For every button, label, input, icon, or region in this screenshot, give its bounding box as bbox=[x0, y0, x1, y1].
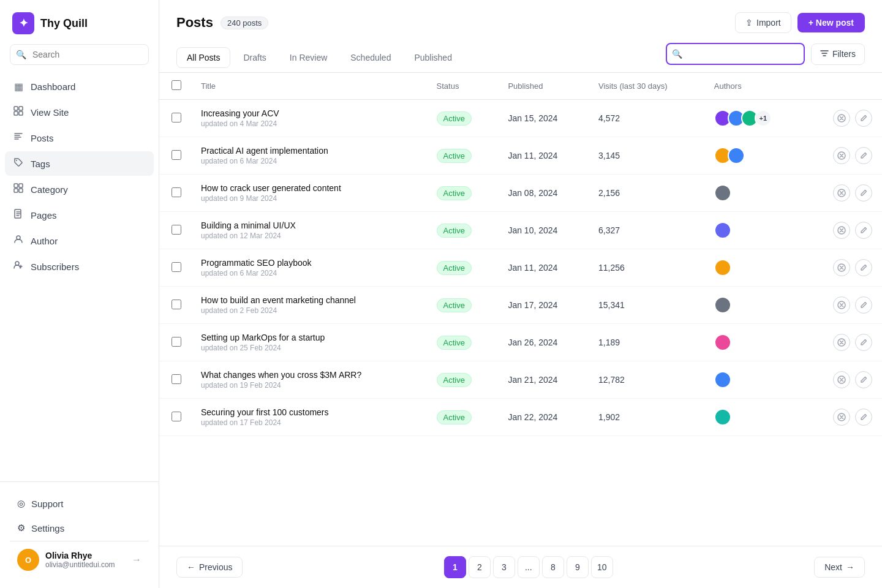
status-badge: Active bbox=[437, 298, 472, 312]
import-button[interactable]: ⇪ Import bbox=[735, 12, 791, 33]
new-post-label: + New post bbox=[809, 18, 854, 28]
post-title: Securing your first 100 customers bbox=[201, 407, 417, 417]
edit-button[interactable] bbox=[855, 334, 872, 351]
status-badge: Active bbox=[437, 373, 472, 387]
author-avatar bbox=[728, 147, 745, 164]
edit-button[interactable] bbox=[855, 184, 872, 202]
post-published: Jan 11, 2024 bbox=[498, 249, 589, 287]
row-checkbox[interactable] bbox=[172, 150, 181, 160]
edit-button[interactable] bbox=[855, 296, 872, 314]
tabs: All Posts Drafts In Review Scheduled Pub… bbox=[176, 47, 462, 68]
edit-button[interactable] bbox=[855, 222, 872, 239]
delete-button[interactable] bbox=[833, 147, 850, 164]
edit-button[interactable] bbox=[855, 147, 872, 164]
new-post-button[interactable]: + New post bbox=[797, 13, 865, 32]
previous-button[interactable]: ← Previous bbox=[176, 557, 243, 578]
sidebar-item-posts[interactable]: Posts bbox=[5, 126, 154, 150]
post-visits: 15,341 bbox=[589, 287, 704, 324]
delete-button[interactable] bbox=[833, 184, 850, 202]
svg-rect-7 bbox=[14, 189, 18, 192]
delete-button[interactable] bbox=[833, 259, 850, 276]
sidebar-item-settings[interactable]: ⚙ Settings bbox=[10, 516, 149, 540]
tab-published[interactable]: Published bbox=[404, 47, 462, 68]
col-visits: Visits (last 30 days) bbox=[589, 73, 704, 100]
edit-button[interactable] bbox=[855, 259, 872, 276]
import-label: Import bbox=[756, 18, 781, 28]
table-search-input[interactable] bbox=[666, 43, 805, 65]
row-checkbox[interactable] bbox=[172, 300, 181, 309]
row-checkbox[interactable] bbox=[172, 113, 181, 123]
post-published: Jan 08, 2024 bbox=[498, 175, 589, 212]
delete-button[interactable] bbox=[833, 371, 850, 388]
select-all-header bbox=[159, 73, 191, 100]
sidebar-item-pages[interactable]: Pages bbox=[5, 203, 154, 227]
next-button[interactable]: Next → bbox=[814, 557, 865, 578]
col-published: Published bbox=[498, 73, 589, 100]
tab-drafts[interactable]: Drafts bbox=[233, 47, 276, 68]
logo-icon: ✦ bbox=[12, 12, 34, 34]
row-checkbox[interactable] bbox=[172, 374, 181, 384]
delete-button[interactable] bbox=[833, 110, 850, 127]
status-badge: Active bbox=[437, 186, 472, 200]
row-checkbox[interactable] bbox=[172, 337, 181, 347]
post-title: Practical AI agent implementation bbox=[201, 146, 417, 156]
delete-button[interactable] bbox=[833, 409, 850, 426]
settings-icon: ⚙ bbox=[17, 522, 25, 533]
delete-button[interactable] bbox=[833, 296, 850, 314]
post-visits: 3,145 bbox=[589, 137, 704, 175]
sidebar-item-subscribers[interactable]: Subscribers bbox=[5, 254, 154, 279]
sidebar-item-category[interactable]: Category bbox=[5, 177, 154, 202]
sidebar-item-author[interactable]: Author bbox=[5, 228, 154, 253]
row-checkbox[interactable] bbox=[172, 412, 181, 421]
tab-in-review[interactable]: In Review bbox=[279, 47, 337, 68]
pagination-ellipsis: ... bbox=[518, 556, 540, 578]
author-avatar-extra: +1 bbox=[755, 110, 772, 127]
post-visits: 6,327 bbox=[589, 212, 704, 249]
pagination-page-button[interactable]: 3 bbox=[493, 556, 515, 578]
main-content: Posts 240 posts ⇪ Import + New post All … bbox=[159, 0, 882, 588]
user-name: Olivia Rhye bbox=[45, 551, 126, 560]
svg-point-4 bbox=[16, 160, 17, 161]
post-updated: updated on 19 Feb 2024 bbox=[201, 381, 417, 390]
pagination-page-button[interactable]: 8 bbox=[542, 556, 564, 578]
sidebar-item-tags[interactable]: Tags bbox=[5, 151, 154, 176]
sidebar-item-support[interactable]: ◎ Support bbox=[10, 492, 149, 515]
sidebar-item-label: View Site bbox=[31, 107, 69, 118]
pagination-page-button[interactable]: 10 bbox=[591, 556, 613, 578]
edit-button[interactable] bbox=[855, 110, 872, 127]
select-all-checkbox[interactable] bbox=[172, 80, 181, 90]
post-authors bbox=[704, 399, 805, 436]
post-authors bbox=[704, 175, 805, 212]
filters-icon bbox=[820, 49, 829, 59]
posts-count-badge: 240 posts bbox=[221, 17, 268, 29]
delete-button[interactable] bbox=[833, 334, 850, 351]
row-checkbox[interactable] bbox=[172, 225, 181, 235]
edit-button[interactable] bbox=[855, 409, 872, 426]
prev-arrow-icon: ← bbox=[187, 562, 195, 572]
table-row: What changes when you cross $3M ARR?upda… bbox=[159, 361, 882, 399]
delete-button[interactable] bbox=[833, 222, 850, 239]
edit-button[interactable] bbox=[855, 371, 872, 388]
filters-button[interactable]: Filters bbox=[811, 43, 865, 65]
sidebar-item-view-site[interactable]: View Site bbox=[5, 100, 154, 124]
post-authors bbox=[704, 361, 805, 399]
author-avatar bbox=[714, 334, 731, 351]
author-avatar bbox=[714, 184, 731, 202]
sidebar-item-label: Posts bbox=[31, 133, 54, 143]
sidebar-item-dashboard[interactable]: ▦ Dashboard bbox=[5, 75, 154, 99]
sidebar-nav: ▦ Dashboard View Site Posts Tags Categ bbox=[0, 75, 159, 481]
logout-icon[interactable]: → bbox=[132, 554, 141, 565]
pagination-page-button[interactable]: 1 bbox=[444, 556, 466, 578]
tab-all-posts[interactable]: All Posts bbox=[176, 47, 230, 68]
pagination-page-button[interactable]: 2 bbox=[469, 556, 491, 578]
post-visits: 1,902 bbox=[589, 399, 704, 436]
pagination-page-button[interactable]: 9 bbox=[567, 556, 589, 578]
tab-scheduled[interactable]: Scheduled bbox=[340, 47, 401, 68]
status-badge: Active bbox=[437, 410, 472, 424]
row-checkbox[interactable] bbox=[172, 262, 181, 272]
row-actions bbox=[815, 371, 872, 388]
sidebar-search-input[interactable] bbox=[10, 44, 149, 65]
col-actions bbox=[805, 73, 882, 100]
col-title: Title bbox=[191, 73, 427, 100]
row-checkbox[interactable] bbox=[172, 187, 181, 197]
